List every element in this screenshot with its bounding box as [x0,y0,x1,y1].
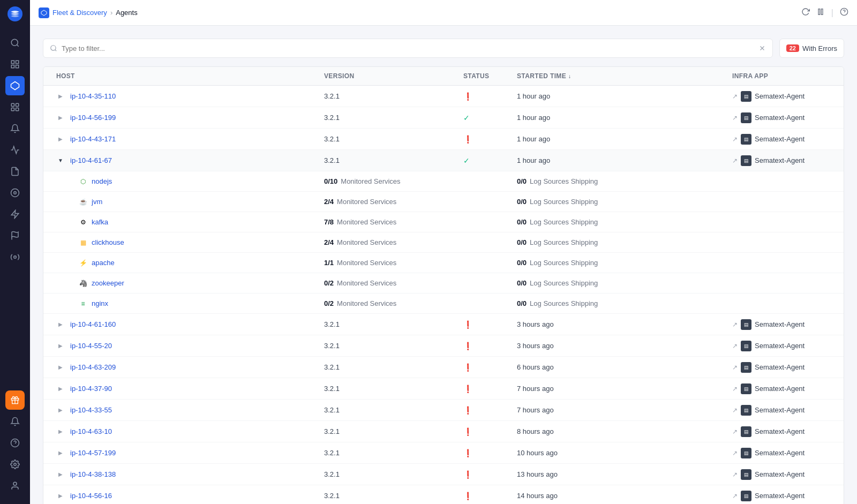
host-name[interactable]: ip-10-4-57-199 [70,449,116,457]
open-icon[interactable]: ↗ [732,407,738,414]
service-name[interactable]: zookeeper [92,279,124,287]
expand-button[interactable]: ▶ [56,427,65,436]
app-name[interactable]: Sematext-Agent [755,449,805,457]
app-name[interactable]: Sematext-Agent [755,427,805,435]
expand-button[interactable]: ▶ [56,385,65,393]
sidebar-item-gift[interactable] [5,390,25,410]
service-name[interactable]: nginx [92,299,108,307]
open-icon[interactable]: ↗ [732,157,738,164]
sidebar-item-synthetics[interactable] [5,183,25,202]
open-icon[interactable]: ↗ [732,449,738,457]
empty-app-cell [728,299,835,308]
app-name[interactable]: Sematext-Agent [755,92,805,100]
open-icon[interactable]: ↗ [732,93,738,100]
service-name[interactable]: jvm [92,198,102,206]
refresh-button[interactable] [801,7,810,18]
sidebar-item-events[interactable] [5,140,25,160]
host-name[interactable]: ip-10-4-37-90 [70,385,112,393]
host-name[interactable]: ip-10-4-38-138 [70,470,116,478]
search-input[interactable] [62,44,754,52]
open-icon[interactable]: ↗ [732,492,738,500]
host-name[interactable]: ip-10-4-33-55 [70,406,112,414]
app-name[interactable]: Sematext-Agent [755,114,805,122]
app-name[interactable]: Sematext-Agent [755,385,805,393]
col-infra-app: Infra App [728,67,835,85]
expand-button[interactable]: ▶ [56,114,65,122]
sidebar-item-integrations[interactable] [5,247,25,267]
host-name[interactable]: ip-10-4-43-171 [70,135,116,143]
sidebar-item-dashboard[interactable] [5,55,25,74]
open-icon[interactable]: ↗ [732,342,738,350]
service-name[interactable]: nodejs [92,177,112,185]
service-name[interactable]: apache [92,259,115,267]
host-name[interactable]: ip-10-4-55-20 [70,342,112,350]
sidebar-item-anomalies[interactable] [5,205,25,224]
service-name[interactable]: clickhouse [92,238,124,246]
sidebar-item-help[interactable] [5,433,25,453]
app-name[interactable]: Sematext-Agent [755,406,805,414]
expand-button[interactable]: ▼ [56,156,65,165]
expand-button[interactable]: ▶ [56,92,65,101]
sidebar-item-reports[interactable] [5,162,25,181]
with-errors-button[interactable]: 22 With Errors [779,39,844,58]
expand-button[interactable]: ▶ [56,406,65,415]
host-name[interactable]: ip-10-4-63-209 [70,363,116,371]
open-icon[interactable]: ↗ [732,385,738,393]
expand-button[interactable]: ▶ [56,449,65,457]
table-row: ▶ip-10-4-63-209 3.2.1 ❗ 6 hours ago ↗▤Se… [43,357,844,378]
open-icon[interactable]: ↗ [732,136,738,143]
sidebar-item-settings[interactable] [5,455,25,474]
expand-button[interactable]: ▶ [56,135,65,144]
service-name[interactable]: kafka [92,218,108,226]
app-name[interactable]: Sematext-Agent [755,363,805,371]
help-button[interactable] [840,7,848,18]
app-name[interactable]: Sematext-Agent [755,342,805,350]
sidebar-item-notifications[interactable] [5,412,25,431]
version-text: 3.2.1 [324,114,340,122]
sidebar-item-alerts[interactable] [5,119,25,138]
version-text: 3.2.1 [324,385,340,393]
pause-button[interactable] [816,7,825,18]
open-icon[interactable]: ↗ [732,114,738,122]
sidebar-item-flag[interactable] [5,226,25,245]
monitored-cell: 7/8 Monitored Services [320,214,459,230]
expand-button[interactable]: ▶ [56,470,65,479]
host-name[interactable]: ip-10-4-56-16 [70,492,112,500]
app-name[interactable]: Sematext-Agent [755,135,805,143]
version-text: 3.2.1 [324,342,340,350]
service-row: ⬡ nodejs 0/10 Monitored Services 0/0 Log… [43,171,844,192]
open-icon[interactable]: ↗ [732,321,738,328]
sidebar-item-user[interactable] [5,476,25,495]
time-text: 13 hours ago [517,470,558,478]
log-sources-cell: 0/0 Log Sources Shipping [513,275,728,291]
app-name[interactable]: Sematext-Agent [755,470,805,478]
sidebar-item-apps[interactable] [5,97,25,117]
app-name[interactable]: Sematext-Agent [755,492,805,500]
status-ok-icon: ✓ [463,156,470,165]
version-cell: 3.2.1 [320,88,459,104]
host-name[interactable]: ip-10-4-61-160 [70,320,116,328]
expand-button[interactable]: ▶ [56,320,65,329]
clear-icon[interactable] [758,44,766,52]
clickhouse-icon: ▦ [78,237,88,248]
sidebar-item-search[interactable] [5,33,25,52]
host-name[interactable]: ip-10-4-63-10 [70,427,112,435]
host-name[interactable]: ip-10-4-56-199 [70,114,116,122]
app-icon: ▤ [741,134,751,145]
service-row: ≡ nginx 0/2 Monitored Services 0/0 Log S… [43,294,844,314]
host-name[interactable]: ip-10-4-35-110 [70,92,116,100]
breadcrumb-fleet[interactable]: Fleet & Discovery [52,9,107,17]
expand-button[interactable]: ▶ [56,342,65,350]
sidebar-item-fleet[interactable] [5,76,25,95]
app-name[interactable]: Sematext-Agent [755,320,805,328]
open-icon[interactable]: ↗ [732,364,738,371]
svg-rect-10 [16,108,19,111]
host-name[interactable]: ip-10-4-61-67 [70,156,112,164]
search-icon [50,44,57,52]
expand-button[interactable]: ▶ [56,492,65,500]
expand-button[interactable]: ▶ [56,363,65,372]
open-icon[interactable]: ↗ [732,428,738,435]
app-name[interactable]: Sematext-Agent [755,156,805,164]
empty-status-cell [459,198,513,206]
open-icon[interactable]: ↗ [732,471,738,478]
